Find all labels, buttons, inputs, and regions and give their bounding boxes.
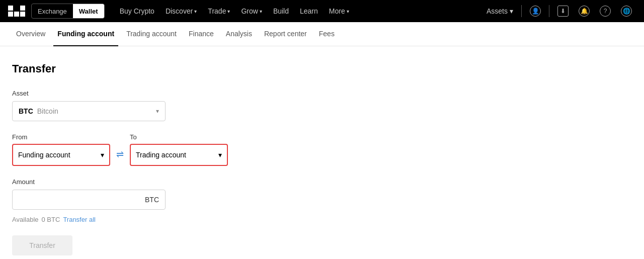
notifications-button[interactable]: 🔔: [575, 0, 594, 22]
subnav-fees[interactable]: Fees: [315, 22, 339, 46]
nav-divider: [521, 5, 522, 17]
available-amount: 0 BTC: [42, 216, 60, 223]
discover-chevron-icon: ▾: [194, 9, 197, 14]
subnav-report-center[interactable]: Report center: [260, 22, 311, 46]
page-title: Transfer: [12, 62, 632, 75]
from-account-dropdown[interactable]: Funding account ▾: [12, 144, 110, 166]
language-button[interactable]: 🌐: [617, 0, 636, 22]
assets-chevron-icon: ▾: [510, 7, 513, 15]
logo: [8, 6, 27, 17]
subnav-trading-account[interactable]: Trading account: [122, 22, 181, 46]
profile-icon: 👤: [530, 6, 541, 17]
to-account-value: Trading account: [136, 151, 186, 159]
trade-chevron-icon: ▾: [227, 9, 230, 14]
amount-input-wrap: BTC: [12, 190, 166, 210]
exchange-wallet-tabs: Exchange Wallet: [31, 4, 105, 19]
from-chevron-icon: ▾: [101, 151, 104, 159]
buy-crypto-nav[interactable]: Buy Crypto: [115, 0, 159, 22]
build-nav[interactable]: Build: [268, 0, 294, 22]
to-account-dropdown[interactable]: Trading account ▾: [130, 144, 228, 166]
subnav-funding-account[interactable]: Funding account: [53, 22, 118, 46]
nav-right: Assets ▾ 👤 ⬇ 🔔 ? 🌐: [482, 0, 636, 22]
transfer-all-link[interactable]: Transfer all: [63, 216, 96, 223]
help-icon: ?: [600, 6, 611, 17]
from-label: From: [12, 133, 110, 141]
exchange-tab[interactable]: Exchange: [32, 4, 73, 18]
grow-nav[interactable]: Grow ▾: [236, 0, 267, 22]
to-field: To Trading account ▾: [130, 133, 228, 166]
available-row: Available 0 BTC Transfer all: [12, 216, 294, 223]
swap-button[interactable]: ⇌: [116, 149, 124, 160]
help-button[interactable]: ?: [596, 0, 615, 22]
sub-nav: Overview Funding account Trading account…: [0, 22, 644, 46]
learn-nav[interactable]: Learn: [295, 0, 323, 22]
asset-code: BTC: [19, 107, 33, 115]
to-chevron-icon: ▾: [218, 151, 222, 159]
logo-icon: [8, 6, 25, 17]
nav-links: Buy Crypto Discover ▾ Trade ▾ Grow ▾ Bui…: [115, 0, 482, 22]
from-field: From Funding account ▾: [12, 133, 110, 166]
from-account-value: Funding account: [18, 151, 70, 159]
subnav-overview[interactable]: Overview: [12, 22, 49, 46]
amount-input[interactable]: [19, 196, 145, 204]
top-nav: Exchange Wallet Buy Crypto Discover ▾ Tr…: [0, 0, 644, 22]
profile-button[interactable]: 👤: [526, 0, 545, 22]
transfer-form: Asset BTC Bitcoin ▾ From Funding account…: [12, 90, 294, 255]
discover-nav[interactable]: Discover ▾: [160, 0, 202, 22]
asset-chevron-icon: ▾: [156, 108, 159, 115]
asset-dropdown[interactable]: BTC Bitcoin ▾: [12, 101, 166, 121]
subnav-analysis[interactable]: Analysis: [222, 22, 256, 46]
available-label: Available: [12, 216, 39, 223]
transfer-button[interactable]: Transfer: [12, 235, 72, 255]
from-to-row: From Funding account ▾ ⇌ To Trading acco…: [12, 133, 294, 166]
more-chevron-icon: ▾: [347, 9, 349, 14]
amount-section: Amount BTC: [12, 178, 294, 210]
to-label: To: [130, 133, 228, 141]
asset-name: Bitcoin: [37, 107, 58, 115]
amount-currency: BTC: [145, 196, 159, 204]
trade-nav[interactable]: Trade ▾: [203, 0, 235, 22]
asset-label: Asset: [12, 90, 294, 97]
download-button[interactable]: ⬇: [553, 0, 573, 22]
nav-divider2: [549, 5, 549, 17]
globe-icon: 🌐: [621, 6, 632, 17]
main-content: Transfer Asset BTC Bitcoin ▾ From Fundin…: [0, 46, 644, 259]
download-icon: ⬇: [557, 6, 569, 17]
amount-label: Amount: [12, 178, 294, 186]
subnav-finance[interactable]: Finance: [185, 22, 218, 46]
more-nav[interactable]: More ▾: [324, 0, 354, 22]
assets-button[interactable]: Assets ▾: [482, 0, 517, 22]
grow-chevron-icon: ▾: [260, 9, 262, 14]
wallet-tab[interactable]: Wallet: [73, 4, 104, 18]
bell-icon: 🔔: [579, 6, 590, 17]
